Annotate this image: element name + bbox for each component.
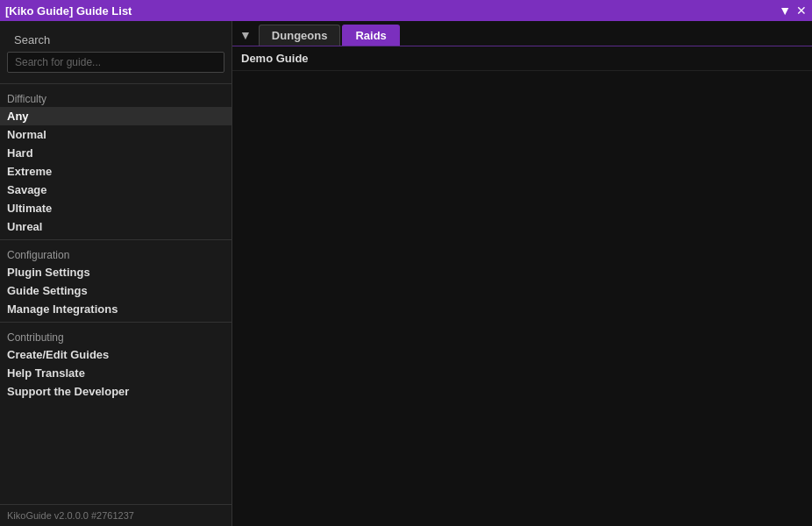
collapse-button[interactable]: ▼ — [779, 4, 791, 17]
tabs-bar: ▼ DungeonsRaids — [232, 21, 812, 46]
configuration-section: Configuration Plugin SettingsGuide Setti… — [0, 244, 231, 318]
version-bar: KikoGuide v2.0.0.0 #2761237 — [0, 504, 231, 526]
tabs-list: DungeonsRaids — [259, 25, 400, 46]
content-area: ▼ DungeonsRaids Demo Guide — [232, 21, 812, 526]
difficulty-item-savage[interactable]: Savage — [0, 181, 231, 199]
contributing-item-support-the-developer[interactable]: Support the Developer — [0, 382, 231, 401]
config-item-plugin-settings[interactable]: Plugin Settings — [0, 263, 231, 281]
difficulty-item-hard[interactable]: Hard — [0, 144, 231, 162]
config-divider — [0, 239, 231, 240]
contributing-item-create-edit-guides[interactable]: Create/Edit Guides — [0, 345, 231, 364]
config-header: Configuration — [0, 244, 231, 263]
difficulty-list: AnyNormalHardExtremeSavageUltimateUnreal — [0, 107, 231, 236]
search-section: Search — [0, 28, 231, 80]
tab-dungeons[interactable]: Dungeons — [259, 25, 341, 46]
contributing-divider — [0, 322, 231, 323]
search-divider — [0, 83, 231, 84]
title-bar: [Kiko Guide] Guide List ▼ ✕ — [0, 0, 812, 21]
guide-item[interactable]: Demo Guide — [232, 46, 812, 71]
contributing-header: Contributing — [0, 326, 231, 345]
difficulty-item-ultimate[interactable]: Ultimate — [0, 199, 231, 217]
window-title: [Kiko Guide] Guide List — [5, 4, 132, 18]
config-item-guide-settings[interactable]: Guide Settings — [0, 281, 231, 300]
config-item-manage-integrations[interactable]: Manage Integrations — [0, 300, 231, 318]
sidebar: Search Difficulty AnyNormalHardExtremeSa… — [0, 21, 232, 526]
tab-raids[interactable]: Raids — [342, 25, 399, 46]
difficulty-section: Difficulty AnyNormalHardExtremeSavageUlt… — [0, 88, 231, 236]
difficulty-item-any[interactable]: Any — [0, 107, 231, 125]
difficulty-header: Difficulty — [0, 88, 231, 107]
config-list: Plugin SettingsGuide SettingsManage Inte… — [0, 263, 231, 318]
difficulty-item-normal[interactable]: Normal — [0, 125, 231, 144]
title-bar-controls: ▼ ✕ — [779, 4, 807, 17]
tabs-collapse-button[interactable]: ▼ — [236, 26, 255, 44]
main-layout: Search Difficulty AnyNormalHardExtremeSa… — [0, 21, 812, 526]
difficulty-item-extreme[interactable]: Extreme — [0, 162, 231, 181]
difficulty-item-unreal[interactable]: Unreal — [0, 217, 231, 236]
contributing-item-help-translate[interactable]: Help Translate — [0, 364, 231, 382]
version-text: KikoGuide v2.0.0.0 #2761237 — [7, 510, 134, 521]
contributing-section: Contributing Create/Edit GuidesHelp Tran… — [0, 326, 231, 401]
contributing-list: Create/Edit GuidesHelp TranslateSupport … — [0, 345, 231, 401]
search-label: Search — [7, 28, 224, 48]
guide-list: Demo Guide — [232, 46, 812, 526]
search-input[interactable] — [7, 52, 224, 73]
close-button[interactable]: ✕ — [796, 4, 807, 17]
